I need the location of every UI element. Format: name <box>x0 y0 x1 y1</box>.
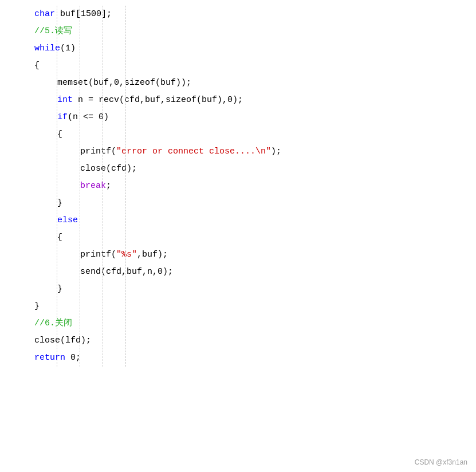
watermark: CSDN @xf3n1an <box>415 458 467 466</box>
token-kw: else <box>57 215 78 225</box>
token-punc: ; <box>106 181 111 191</box>
code-line: char buf[1500]; <box>0 6 476 23</box>
token-string: "%s" <box>116 250 137 259</box>
code-line: printf("%s",buf); <box>0 246 476 263</box>
code-line: close(cfd); <box>0 160 476 178</box>
code-line: //6.关闭 <box>0 315 476 332</box>
token-punc: } <box>57 198 62 208</box>
code-container: char buf[1500];//5.读写while(1){memset(buf… <box>0 0 476 472</box>
line-content: break; <box>0 178 111 194</box>
line-content: } <box>0 298 40 314</box>
token-kw: while <box>34 44 60 53</box>
line-content: memset(buf,0,sizeof(buf)); <box>0 75 191 91</box>
token-punc: { <box>34 61 40 70</box>
token-punc: (lfd); <box>60 336 91 345</box>
line-content: while(1) <box>0 41 76 57</box>
line-content: return 0; <box>0 350 81 366</box>
token-comment: //6.关闭 <box>34 318 72 328</box>
token-punc: ,buf); <box>137 250 168 259</box>
token-punc: ( <box>111 147 116 156</box>
code-line: close(lfd); <box>0 332 476 349</box>
token-punc: (1) <box>60 44 76 53</box>
token-punc: } <box>57 284 62 294</box>
token-purple: break <box>80 181 106 191</box>
token-punc: } <box>34 301 40 311</box>
code-line: int n = recv(cfd,buf,sizeof(buf),0); <box>0 92 476 109</box>
token-kw: if <box>57 112 68 122</box>
code-line: { <box>0 229 476 246</box>
code-line: printf("error or connect close....\n"); <box>0 143 476 160</box>
code-line: { <box>0 57 476 74</box>
token-punc: n = <box>73 95 99 105</box>
token-kw: int <box>57 95 73 105</box>
token-string: "error or connect close....\n" <box>116 147 271 156</box>
line-content: //5.读写 <box>0 23 72 40</box>
code-line: } <box>0 281 476 298</box>
code-line: memset(buf,0,sizeof(buf)); <box>0 74 476 92</box>
token-punc: buf[1500]; <box>55 9 112 19</box>
token-punc: 0; <box>65 353 81 363</box>
code-line: if(n <= 0) <box>0 109 476 126</box>
line-content: close(cfd); <box>0 161 137 177</box>
code-line: { <box>0 126 476 143</box>
token-kw: return <box>34 353 65 363</box>
code-line: return 0; <box>0 349 476 367</box>
line-content: int n = recv(cfd,buf,sizeof(buf),0); <box>0 92 243 108</box>
line-content: char buf[1500]; <box>0 6 112 22</box>
token-func: close <box>80 164 106 174</box>
line-content: printf("%s",buf); <box>0 247 168 263</box>
code-line: } <box>0 195 476 212</box>
line-content: } <box>0 281 62 297</box>
line-content: close(lfd); <box>0 333 91 349</box>
token-punc: (cfd,buf,sizeof(buf),0); <box>119 95 243 105</box>
code-line: break; <box>0 178 476 195</box>
token-punc: (cfd,buf,n,0); <box>101 267 173 277</box>
line-content: send(cfd,buf,n,0); <box>0 264 173 280</box>
line-content: else <box>0 213 78 229</box>
line-content: } <box>0 195 62 211</box>
token-punc: { <box>57 233 62 242</box>
line-content: //6.关闭 <box>0 316 72 332</box>
token-func: close <box>34 336 60 345</box>
token-punc: (n <= 0) <box>68 112 109 122</box>
token-kw: char <box>34 9 55 19</box>
line-content: printf("error or connect close....\n"); <box>0 144 281 160</box>
line-content: { <box>0 127 62 143</box>
token-func: memset <box>57 78 88 88</box>
token-func: printf <box>80 250 111 259</box>
code-line: //5.读写 <box>0 23 476 40</box>
line-content: { <box>0 58 40 74</box>
token-func: printf <box>80 147 111 156</box>
token-func: send <box>80 267 101 277</box>
token-punc: ); <box>271 147 281 156</box>
token-punc: (buf,0,sizeof(buf)); <box>88 78 191 88</box>
code-line: send(cfd,buf,n,0); <box>0 263 476 281</box>
token-punc: (cfd); <box>106 164 137 174</box>
token-punc: ( <box>111 250 116 259</box>
code-line: while(1) <box>0 40 476 57</box>
code-line: } <box>0 298 476 315</box>
line-content: { <box>0 230 62 246</box>
token-func: recv <box>99 95 119 105</box>
token-punc: { <box>57 129 62 139</box>
line-content: if(n <= 0) <box>0 109 109 125</box>
code-line: else <box>0 212 476 229</box>
token-comment: //5.读写 <box>34 26 72 36</box>
